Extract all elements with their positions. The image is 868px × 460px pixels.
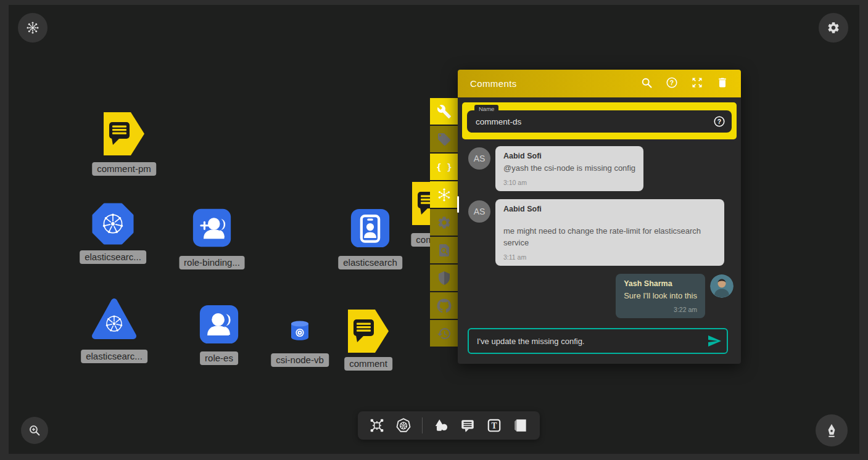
toolbar-wrench-icon[interactable] bbox=[430, 98, 458, 126]
toolbar-divider bbox=[422, 417, 423, 433]
snowflake-icon bbox=[26, 21, 39, 35]
svg-text:?: ? bbox=[717, 118, 721, 125]
gear-icon bbox=[827, 21, 840, 35]
app-menu-button[interactable] bbox=[18, 13, 48, 43]
toolbar-github-icon[interactable] bbox=[430, 292, 458, 320]
avatar: AS bbox=[468, 147, 490, 170]
wrench-icon bbox=[437, 104, 452, 119]
github-icon bbox=[437, 298, 452, 313]
pen-nib-icon bbox=[824, 422, 840, 438]
comments-panel-header: Comments ? bbox=[458, 70, 741, 97]
comment-tool-icon[interactable] bbox=[460, 417, 476, 433]
node-role-es[interactable] bbox=[199, 304, 239, 345]
node-label: elasticsearc... bbox=[80, 250, 146, 264]
send-button[interactable] bbox=[707, 334, 722, 348]
message: ASAabid Sofime might need to change the … bbox=[468, 199, 734, 266]
composer-input[interactable] bbox=[468, 328, 728, 354]
toolbar-doc-search-icon[interactable] bbox=[430, 237, 458, 265]
message-bubble: Yash SharmaSure I'll look into this3:22 … bbox=[616, 274, 705, 319]
help-icon[interactable]: ? bbox=[666, 76, 678, 89]
message-text: me might need to change the rate-limit f… bbox=[503, 226, 716, 249]
message-list: ASAabid Sofi@yash the csi-node is missin… bbox=[458, 142, 741, 319]
shapes-icon[interactable] bbox=[433, 417, 449, 433]
zoom-in-icon bbox=[28, 424, 41, 437]
message-author: Yash Sharma bbox=[624, 279, 697, 288]
toolbar-gear-icon[interactable] bbox=[430, 209, 458, 237]
name-input[interactable] bbox=[467, 117, 732, 126]
message-time: 3:22 am bbox=[624, 306, 697, 313]
message-text: @yash the csi-node is missing config bbox=[503, 163, 635, 175]
text-tool-icon[interactable]: T bbox=[486, 417, 502, 433]
panel-title: Comments bbox=[470, 78, 627, 89]
note-tool-icon[interactable] bbox=[513, 417, 529, 433]
trash-icon[interactable] bbox=[716, 76, 729, 89]
scrollbar-thumb[interactable] bbox=[457, 196, 459, 213]
toolbar-history-icon[interactable] bbox=[430, 320, 458, 348]
message-author: Aabid Sofi bbox=[503, 205, 716, 213]
node-label: comment-pm bbox=[92, 162, 156, 176]
node-elasticsearch[interactable] bbox=[350, 208, 391, 248]
doc-search-icon bbox=[437, 243, 452, 258]
avatar: AS bbox=[468, 200, 490, 223]
message-time: 3:11 am bbox=[503, 253, 716, 261]
name-field-wrapper: Name ? bbox=[462, 102, 737, 139]
message-time: 3:10 am bbox=[503, 179, 635, 186]
message-bubble: Aabid Sofime might need to change the ra… bbox=[495, 199, 724, 266]
message: Yash SharmaSure I'll look into this3:22 … bbox=[468, 274, 734, 319]
message-text: Sure I'll look into this bbox=[624, 290, 697, 302]
node-comment-pm[interactable] bbox=[104, 112, 144, 155]
toolbar-braces-icon[interactable]: { } bbox=[430, 154, 458, 181]
composer bbox=[468, 328, 728, 354]
diagram-canvas[interactable]: comment-pmelasticsearc...role-binding...… bbox=[9, 5, 859, 454]
node-label: role-binding... bbox=[179, 256, 245, 269]
zoom-button[interactable] bbox=[21, 417, 48, 444]
send-icon bbox=[707, 334, 722, 348]
element-toolbar: { } bbox=[430, 98, 458, 348]
toolbar-shield-icon[interactable] bbox=[430, 265, 458, 292]
svg-text:{ }: { } bbox=[437, 162, 452, 172]
message-author: Aabid Sofi bbox=[503, 152, 635, 160]
history-icon bbox=[437, 326, 452, 341]
kubernetes-icon bbox=[437, 187, 452, 202]
search-icon[interactable] bbox=[640, 76, 653, 89]
expand-icon[interactable] bbox=[691, 76, 703, 89]
node-label: role-es bbox=[200, 351, 238, 365]
node-role-binding[interactable] bbox=[192, 208, 232, 248]
node-label: comment bbox=[344, 357, 392, 371]
node-label: csi-node-vb bbox=[271, 353, 329, 367]
node-csi-node-vb[interactable] bbox=[289, 319, 311, 342]
toolbar-tag-icon[interactable] bbox=[430, 126, 458, 154]
message-bubble: Aabid Sofi@yash the csi-node is missing … bbox=[495, 146, 643, 191]
message: ASAabid Sofi@yash the csi-node is missin… bbox=[468, 146, 734, 191]
tag-icon bbox=[437, 132, 452, 147]
svg-text:T: T bbox=[491, 421, 497, 430]
settings-button[interactable] bbox=[819, 13, 848, 43]
gear-icon bbox=[437, 215, 452, 230]
node-comment[interactable] bbox=[348, 310, 389, 353]
component-icon[interactable] bbox=[369, 417, 385, 433]
avatar bbox=[710, 274, 734, 298]
name-field-label: Name bbox=[474, 105, 498, 113]
toolbar-kubernetes-icon[interactable] bbox=[430, 181, 458, 209]
node-label: elasticsearch bbox=[338, 256, 402, 269]
svg-text:?: ? bbox=[670, 79, 674, 86]
help-icon[interactable]: ? bbox=[713, 115, 725, 128]
node-label: elasticsearc... bbox=[81, 350, 147, 363]
node-elasticsearc[interactable] bbox=[92, 203, 134, 245]
shape-toolbar: T bbox=[358, 411, 540, 440]
shield-icon bbox=[437, 271, 452, 285]
comments-panel: Comments ? Name ? ASAabid Sofi@yash the … bbox=[458, 70, 741, 364]
node-elasticsearc[interactable] bbox=[91, 297, 137, 340]
kubernetes-wheel-icon[interactable] bbox=[395, 417, 411, 433]
pen-tool-button[interactable] bbox=[816, 414, 848, 446]
braces-icon: { } bbox=[437, 160, 452, 175]
